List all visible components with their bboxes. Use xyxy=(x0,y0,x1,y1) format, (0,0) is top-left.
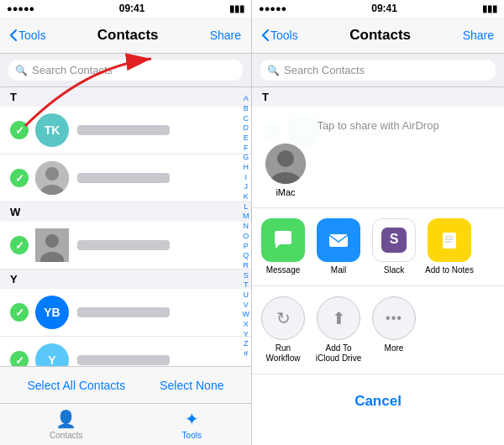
share-action-mail[interactable]: Mail xyxy=(314,218,363,275)
check-y1 xyxy=(10,351,29,366)
name-tk-blur xyxy=(77,125,170,135)
name-y1-blur xyxy=(77,355,170,365)
message-icon xyxy=(261,218,305,262)
airdrop-title: Tap to share with AirDrop xyxy=(265,119,491,132)
airdrop-imac-avatar xyxy=(265,144,306,184)
contact-row-w[interactable] xyxy=(0,222,251,270)
svg-point-8 xyxy=(277,150,294,167)
left-tab-bar: 👤 Contacts ✦ Tools xyxy=(0,403,251,445)
right-battery: ▮▮▮ xyxy=(482,3,497,14)
back-label: Tools xyxy=(18,29,46,42)
tab-contacts[interactable]: 👤 Contacts xyxy=(50,409,82,440)
more-icon: ••• xyxy=(372,296,416,340)
right-share-button[interactable]: Share xyxy=(463,29,494,42)
svg-text:S: S xyxy=(390,232,399,246)
cancel-button[interactable]: Cancel xyxy=(265,383,491,420)
workflow-icon: ↻ xyxy=(261,296,305,340)
person-photo-icon xyxy=(35,161,69,195)
share-more-row: ↻ RunWorkflow ⬆ Add ToiCloud Drive ••• M… xyxy=(252,286,504,374)
notes-label: Add to Notes xyxy=(425,265,474,275)
share-action-notes[interactable]: Add to Notes xyxy=(425,218,474,275)
slack-logo-icon: S xyxy=(381,228,407,253)
left-panel: ●●●●● 09:41 ▮▮▮ Tools Contacts Share 🔍 S… xyxy=(0,0,252,445)
svg-point-1 xyxy=(45,167,59,181)
section-w: W xyxy=(0,202,251,222)
right-time: 09:41 xyxy=(371,3,397,14)
person-avatar-icon xyxy=(265,144,306,184)
name-w-blur xyxy=(77,240,170,250)
left-share-button[interactable]: Share xyxy=(210,29,241,42)
mail-envelope-icon xyxy=(326,228,351,253)
contacts-tab-label: Contacts xyxy=(50,431,82,440)
right-nav-bar: Tools Contacts Share xyxy=(252,17,504,54)
select-none-button[interactable]: Select None xyxy=(160,379,223,392)
left-nav-title: Contacts xyxy=(97,27,159,44)
contact-row-yb[interactable]: YB xyxy=(0,289,251,337)
share-actions-row: Message Mail S xyxy=(252,208,504,286)
select-all-button[interactable]: Select All Contacts xyxy=(27,379,125,392)
alpha-index[interactable]: A B C D E F G H I J K L M N O P Q R S T … xyxy=(243,87,250,366)
avatar-yb: YB xyxy=(35,296,69,329)
tools-tab-label: Tools xyxy=(182,431,202,440)
airdrop-imac-label: iMac xyxy=(276,187,295,197)
left-search-wrap[interactable]: 🔍 Search Contacts xyxy=(8,60,243,81)
slack-label: Slack xyxy=(384,265,404,275)
icloud-icon: ⬆ xyxy=(317,296,360,340)
check-w xyxy=(10,236,29,254)
contact-row-tk[interactable]: TK xyxy=(0,107,251,154)
section-y: Y xyxy=(0,270,251,289)
section-t: T xyxy=(0,87,251,107)
name-yb-blur xyxy=(77,307,170,317)
share-sheet: Tap to share with AirDrop iMac xyxy=(252,109,504,445)
avatar-y1: Y xyxy=(35,343,69,366)
airdrop-section: Tap to share with AirDrop iMac xyxy=(252,109,504,208)
check-t2 xyxy=(10,169,29,187)
share-action-slack[interactable]: S Slack xyxy=(370,218,418,275)
contact-row-t2[interactable] xyxy=(0,154,251,202)
svg-rect-12 xyxy=(329,234,348,247)
airdrop-device-imac[interactable]: iMac xyxy=(265,144,306,197)
right-back-label: Tools xyxy=(270,29,298,42)
right-chevron-left-icon xyxy=(262,29,269,41)
airdrop-devices: iMac xyxy=(265,140,491,201)
avatar-t2 xyxy=(35,161,69,195)
right-back-button[interactable]: Tools xyxy=(262,29,298,42)
tab-tools[interactable]: ✦ Tools xyxy=(182,409,202,440)
person-gray-icon xyxy=(35,228,69,262)
notes-icon xyxy=(428,218,471,262)
left-contacts-list[interactable]: T TK W xyxy=(0,87,251,366)
share-action-icloud[interactable]: ⬆ Add ToiCloud Drive xyxy=(314,296,363,364)
left-battery: ▮▮▮ xyxy=(229,3,244,14)
chevron-left-icon xyxy=(10,29,17,41)
share-action-more[interactable]: ••• More xyxy=(370,296,418,364)
contact-row-y1[interactable]: Y xyxy=(0,337,251,366)
right-nav-title: Contacts xyxy=(349,27,411,44)
check-tk xyxy=(10,121,29,139)
left-back-button[interactable]: Tools xyxy=(10,29,46,42)
left-search-bar: 🔍 Search Contacts xyxy=(0,54,251,87)
more-label: More xyxy=(385,343,404,353)
avatar-tk: TK xyxy=(35,113,69,147)
svg-rect-16 xyxy=(443,233,456,249)
name-t2-blur xyxy=(77,173,170,183)
check-yb xyxy=(10,303,29,322)
mail-icon xyxy=(317,218,360,262)
message-label: Message xyxy=(266,265,301,275)
right-panel: ●●●●● 09:41 ▮▮▮ Tools Contacts Share 🔍 S… xyxy=(252,0,504,445)
icloud-label: Add ToiCloud Drive xyxy=(316,343,361,364)
share-action-message[interactable]: Message xyxy=(259,218,307,275)
left-nav-bar: Tools Contacts Share xyxy=(0,17,251,54)
left-signal: ●●●●● xyxy=(7,3,34,13)
slack-icon: S xyxy=(372,218,416,262)
right-search-bar: 🔍 Search Contacts xyxy=(252,54,504,87)
right-section-t: T xyxy=(252,87,504,107)
left-bottom-bar: Select All Contacts Select None xyxy=(0,366,251,403)
share-action-workflow[interactable]: ↻ RunWorkflow xyxy=(259,296,307,364)
right-status-bar: ●●●●● 09:41 ▮▮▮ xyxy=(252,0,504,17)
message-bubble-icon xyxy=(270,228,296,253)
notes-pad-icon xyxy=(437,228,462,253)
right-search-wrap[interactable]: 🔍 Search Contacts xyxy=(260,60,496,81)
contacts-tab-icon: 👤 xyxy=(55,409,76,429)
right-search-placeholder: Search Contacts xyxy=(284,64,365,76)
search-icon: 🔍 xyxy=(15,65,28,76)
